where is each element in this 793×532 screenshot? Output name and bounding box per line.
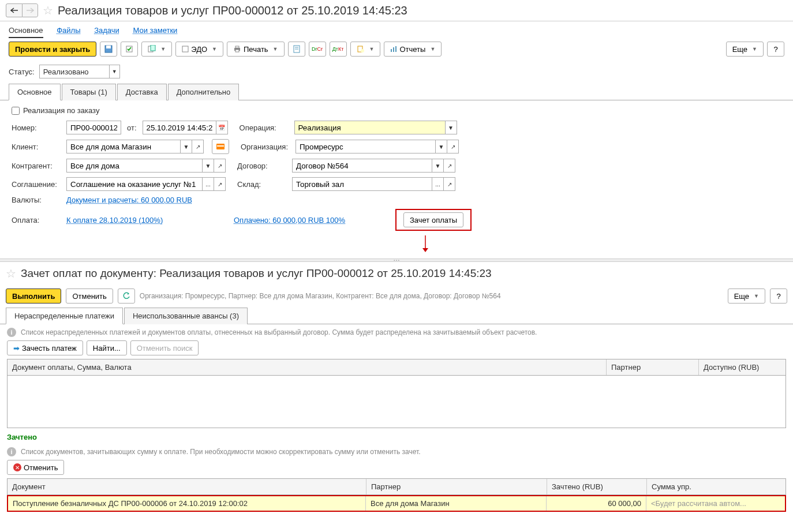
- org-drop-icon[interactable]: ▼: [436, 140, 447, 153]
- form-tab-goods[interactable]: Товары (1): [62, 84, 116, 100]
- form-tab-main[interactable]: Основное: [9, 84, 61, 100]
- client-label: Клиент:: [12, 143, 61, 151]
- warehouse-more-icon[interactable]: ...: [432, 177, 444, 191]
- offset-payment-button[interactable]: Зачет оплаты: [395, 209, 472, 231]
- date-input[interactable]: [143, 121, 216, 134]
- paid-link[interactable]: Оплачено: 60 000,00 RUB 100%: [234, 216, 390, 224]
- offset-payment-action[interactable]: ➡Зачесть платеж: [7, 340, 83, 355]
- bcol-document[interactable]: Документ: [8, 479, 366, 494]
- hint-1: Список нераспределенных платежей и докум…: [21, 328, 537, 336]
- form-tab-additional[interactable]: Дополнительно: [168, 84, 240, 100]
- bcol-partner[interactable]: Партнер: [366, 479, 547, 494]
- favorite-star-icon-2[interactable]: ☆: [6, 267, 16, 280]
- save-button[interactable]: [100, 42, 117, 57]
- page-title: Реализация товаров и услуг ПР00-000012 о…: [58, 4, 407, 17]
- warehouse-open-icon[interactable]: ↗: [444, 177, 455, 191]
- currency-label: Валюты:: [12, 196, 61, 204]
- col-partner[interactable]: Партнер: [607, 359, 699, 375]
- refresh-button[interactable]: [118, 289, 135, 304]
- cancel-button[interactable]: Отменить: [66, 289, 113, 304]
- operation-drop-icon[interactable]: ▼: [446, 121, 457, 134]
- execute-button[interactable]: Выполнить: [6, 289, 61, 304]
- by-order-checkbox[interactable]: [12, 107, 20, 115]
- client-input[interactable]: [66, 140, 181, 153]
- post-button[interactable]: [121, 42, 138, 57]
- agreement-input[interactable]: [66, 177, 203, 191]
- counterparty-open-icon[interactable]: ↗: [214, 159, 226, 173]
- org-input[interactable]: [295, 140, 436, 153]
- bcol-credited[interactable]: Зачтено (RUB): [547, 479, 647, 494]
- client-open-icon[interactable]: ↗: [192, 140, 204, 153]
- svg-rect-15: [393, 47, 394, 52]
- favorite-star-icon[interactable]: ☆: [43, 3, 53, 17]
- svg-point-13: [361, 49, 364, 53]
- reports-button[interactable]: Отчеты▼: [384, 42, 442, 57]
- hint-2: Список документов, зачитывающих сумму к …: [21, 448, 421, 456]
- section2-title: Зачет оплат по документу: Реализация тов…: [21, 267, 492, 280]
- operation-input[interactable]: [294, 121, 446, 134]
- status-select[interactable]: Реализовано ▼: [39, 65, 120, 78]
- tab-tasks[interactable]: Задачи: [94, 26, 119, 35]
- subtab-unallocated[interactable]: Нераспределенные платежи: [6, 308, 123, 324]
- agreement-more-icon[interactable]: ...: [203, 177, 214, 191]
- more-button-2[interactable]: Еще▼: [728, 289, 765, 304]
- col-available[interactable]: Доступно (RUB): [699, 359, 785, 375]
- warehouse-input[interactable]: [292, 177, 432, 191]
- by-order-label: Реализация по заказу: [23, 106, 99, 115]
- nav-back-button[interactable]: [6, 3, 22, 17]
- cell-sum-placeholder: <Будет рассчитана автом...: [646, 496, 785, 511]
- number-input[interactable]: [66, 121, 121, 134]
- payment-link[interactable]: К оплате 28.10.2019 (100%): [66, 216, 228, 224]
- bcol-sum[interactable]: Сумма упр.: [647, 479, 785, 494]
- subtab-unused-advances[interactable]: Неиспользованные авансы (3): [124, 308, 248, 324]
- nav-forward-button[interactable]: [22, 3, 38, 17]
- print-button[interactable]: Печать▼: [227, 42, 285, 57]
- col-document[interactable]: Документ оплаты, Сумма, Валюта: [8, 359, 607, 375]
- edo-button[interactable]: ЭДО▼: [175, 42, 223, 57]
- org-open-icon[interactable]: ↗: [447, 140, 459, 153]
- info-icon-2: i: [7, 447, 16, 456]
- tab-files[interactable]: Файлы: [57, 26, 80, 35]
- cancel-icon: ✕: [13, 463, 21, 471]
- contract-drop-icon[interactable]: ▼: [432, 159, 444, 173]
- debit-credit-alt-button[interactable]: ДтКт: [330, 42, 347, 57]
- post-and-close-button[interactable]: Провести и закрыть: [9, 42, 96, 57]
- svg-rect-8: [235, 50, 239, 52]
- create-based-button[interactable]: ▼: [141, 42, 172, 57]
- help-button[interactable]: ?: [767, 42, 784, 57]
- svg-rect-5: [182, 46, 188, 52]
- credited-label: Зачтено: [0, 428, 793, 444]
- number-label: Номер:: [12, 123, 61, 132]
- document-icon-button[interactable]: [288, 42, 305, 57]
- find-button[interactable]: Найти...: [87, 340, 127, 355]
- from-label: от:: [127, 123, 137, 132]
- table-row[interactable]: Поступление безналичных ДС ПР00-000006 о…: [8, 496, 785, 511]
- contract-input[interactable]: [292, 159, 432, 173]
- warehouse-label: Склад:: [237, 180, 286, 189]
- svg-rect-4: [151, 45, 155, 51]
- contract-label: Договор:: [237, 162, 286, 170]
- arrow-down-icon: [421, 235, 429, 253]
- tab-notes[interactable]: Мои заметки: [133, 26, 177, 35]
- currency-link[interactable]: Документ и расчеты: 60 000,00 RUB: [66, 196, 192, 204]
- client-card-icon[interactable]: [212, 139, 229, 154]
- tab-main[interactable]: Основное: [9, 26, 43, 38]
- operation-label: Операция:: [240, 123, 289, 132]
- counterparty-drop-icon[interactable]: ▼: [203, 159, 214, 173]
- counterparty-input[interactable]: [66, 159, 203, 173]
- contract-open-icon[interactable]: ↗: [444, 159, 455, 173]
- cancel-search-button[interactable]: Отменить поиск: [130, 340, 199, 355]
- agreement-open-icon[interactable]: ↗: [214, 177, 226, 191]
- org-label: Организация:: [241, 143, 290, 151]
- form-tab-delivery[interactable]: Доставка: [117, 84, 167, 100]
- cancel-credited-button[interactable]: ✕Отменить: [7, 460, 64, 475]
- attach-button[interactable]: ▼: [350, 42, 381, 57]
- more-button[interactable]: Еще▼: [726, 42, 764, 57]
- info-icon: i: [7, 328, 16, 337]
- calendar-icon[interactable]: 📅: [216, 121, 228, 134]
- client-drop-icon[interactable]: ▼: [181, 140, 192, 153]
- cell-amount: 60 000,00: [547, 496, 646, 511]
- chevron-down-icon[interactable]: ▼: [109, 65, 119, 78]
- debit-credit-button[interactable]: DrCr: [309, 42, 326, 57]
- help-button-2[interactable]: ?: [770, 289, 787, 304]
